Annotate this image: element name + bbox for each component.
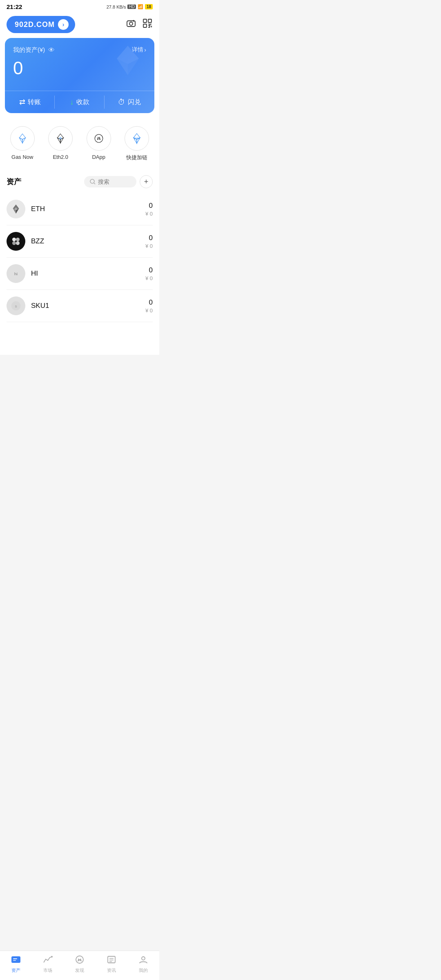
header-actions	[126, 18, 153, 31]
brand-button[interactable]: 902D.COM ›	[7, 16, 75, 33]
quick-menu: Gas Now Eth2.0 DA	[0, 120, 159, 165]
svg-rect-6	[143, 24, 147, 27]
sku1-logo: S	[7, 296, 25, 315]
dapp-icon-circle	[87, 126, 111, 151]
assets-header: 资产 +	[7, 175, 153, 188]
svg-marker-17	[19, 138, 22, 143]
transfer-button[interactable]: ⇄ 转账	[5, 91, 55, 113]
network-speed: 27.8 KB/s	[107, 4, 126, 9]
asset-name-sku1: SKU1	[31, 302, 140, 310]
table-row[interactable]: BZZ 0 ¥ 0	[7, 225, 153, 258]
svg-rect-5	[148, 19, 151, 22]
flash-swap-button[interactable]: ⏱ 闪兑	[105, 91, 154, 113]
sku1-amount: 0	[145, 298, 153, 307]
asset-actions: ⇄ 转账 ↓ 收款 ⏱ 闪兑	[5, 91, 154, 113]
transfer-icon: ⇄	[19, 98, 25, 107]
quick-item-gas-now[interactable]: Gas Now	[10, 126, 35, 161]
eth-amount: 0	[145, 202, 153, 210]
dapp-label: DApp	[92, 154, 105, 160]
battery-icon: 18	[145, 4, 153, 9]
table-row[interactable]: ETH 0 ¥ 0	[7, 193, 153, 225]
svg-marker-16	[22, 138, 26, 143]
hi-cny: ¥ 0	[145, 275, 153, 281]
asset-name-eth: ETH	[31, 205, 140, 213]
svg-rect-4	[143, 19, 147, 22]
svg-text:S: S	[15, 305, 17, 308]
hi-logo: hi	[7, 264, 25, 283]
hi-amount: 0	[145, 266, 153, 274]
svg-point-37	[12, 241, 16, 245]
assets-section: 资产 +	[0, 169, 159, 322]
bzz-amount: 0	[145, 234, 153, 242]
content-area: 我的资产(¥) 👁 详情 › 0 ⇄ 转账 ↓ 收款	[0, 38, 159, 355]
transfer-label: 转账	[28, 98, 41, 107]
svg-point-1	[129, 22, 133, 25]
chain-icon-circle: EVM	[125, 126, 149, 151]
quick-item-chain[interactable]: EVM 快捷加链	[125, 126, 149, 161]
table-row[interactable]: S SKU1 0 ¥ 0	[7, 290, 153, 322]
asset-card: 我的资产(¥) 👁 详情 › 0 ⇄ 转账 ↓ 收款	[5, 38, 154, 113]
bzz-cny: ¥ 0	[145, 243, 153, 249]
svg-text:hi: hi	[14, 272, 18, 276]
eth-logo	[7, 200, 25, 218]
asset-amounts-eth: 0 ¥ 0	[145, 202, 153, 217]
chain-label: 快捷加链	[126, 154, 147, 161]
status-time: 21:22	[7, 3, 22, 10]
hd-badge: HD	[127, 4, 136, 9]
status-icons: 27.8 KB/s HD 📶 18	[107, 4, 153, 9]
signal-icon: 📶	[138, 4, 143, 9]
asset-label: 我的资产(¥) 👁	[13, 46, 55, 54]
bzz-logo	[7, 232, 25, 251]
asset-amounts-hi: 0 ¥ 0	[145, 266, 153, 281]
asset-name-hi: HI	[31, 270, 140, 278]
receive-icon: ↓	[70, 98, 74, 107]
quick-item-eth2[interactable]: Eth2.0	[48, 126, 73, 161]
brand-text: 902D.COM	[15, 20, 55, 29]
flash-swap-icon: ⏱	[118, 98, 125, 107]
search-bar: +	[84, 175, 153, 188]
receive-button[interactable]: ↓ 收款	[55, 91, 105, 113]
eth2-icon-circle	[48, 126, 73, 151]
table-row[interactable]: hi HI 0 ¥ 0	[7, 258, 153, 290]
header: 902D.COM ›	[0, 12, 159, 38]
scan-icon[interactable]	[142, 18, 153, 31]
camera-add-icon[interactable]	[126, 18, 136, 31]
svg-point-29	[90, 179, 94, 183]
receive-label: 收款	[76, 98, 89, 107]
search-icon	[90, 179, 96, 185]
asset-list: ETH 0 ¥ 0 BZZ 0	[7, 193, 153, 322]
search-input[interactable]	[98, 178, 131, 185]
brand-arrow-icon: ›	[58, 19, 69, 30]
asset-amounts-sku1: 0 ¥ 0	[145, 298, 153, 314]
svg-point-36	[16, 238, 20, 241]
assets-title: 资产	[7, 177, 21, 187]
add-asset-button[interactable]: +	[140, 175, 153, 188]
search-input-wrapper[interactable]	[84, 176, 136, 187]
svg-text:EVM: EVM	[134, 137, 139, 140]
svg-point-38	[16, 241, 20, 245]
gas-now-icon-circle	[10, 126, 35, 151]
eth-watermark	[109, 42, 146, 80]
eye-icon[interactable]: 👁	[48, 47, 55, 54]
eth2-label: Eth2.0	[53, 154, 68, 160]
flash-swap-label: 闪兑	[128, 98, 141, 107]
asset-name-bzz: BZZ	[31, 237, 140, 245]
gas-now-label: Gas Now	[11, 154, 33, 160]
sku1-cny: ¥ 0	[145, 307, 153, 314]
svg-line-30	[94, 183, 95, 184]
svg-point-24	[98, 138, 99, 139]
eth-cny: ¥ 0	[145, 211, 153, 217]
svg-point-35	[12, 238, 16, 241]
quick-item-dapp[interactable]: DApp	[87, 126, 111, 161]
status-bar: 21:22 27.8 KB/s HD 📶 18	[0, 0, 159, 12]
asset-amounts-bzz: 0 ¥ 0	[145, 234, 153, 249]
svg-rect-0	[127, 21, 135, 27]
